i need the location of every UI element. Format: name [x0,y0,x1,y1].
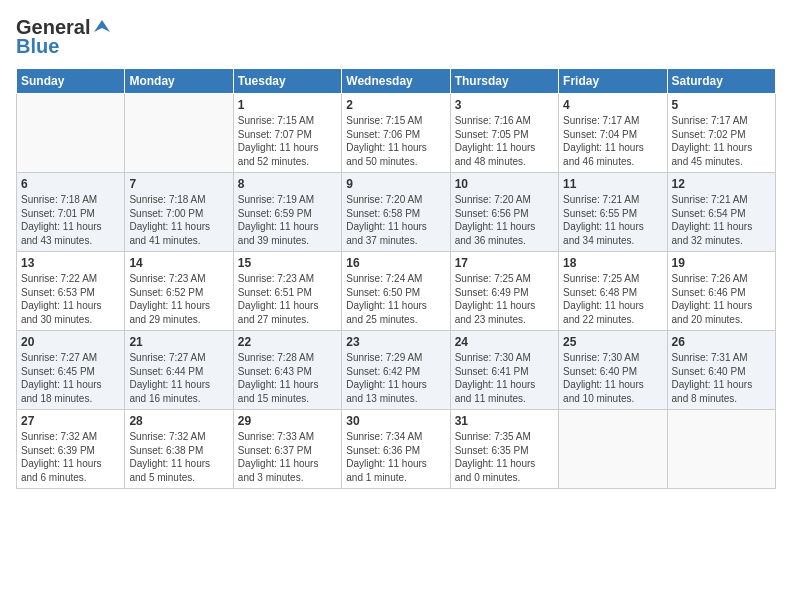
day-detail: Sunrise: 7:21 AM Sunset: 6:54 PM Dayligh… [672,193,771,247]
day-detail: Sunrise: 7:28 AM Sunset: 6:43 PM Dayligh… [238,351,337,405]
calendar-day-cell: 13Sunrise: 7:22 AM Sunset: 6:53 PM Dayli… [17,252,125,331]
page-header: General Blue [16,16,776,58]
day-detail: Sunrise: 7:32 AM Sunset: 6:39 PM Dayligh… [21,430,120,484]
day-detail: Sunrise: 7:30 AM Sunset: 6:41 PM Dayligh… [455,351,554,405]
day-number: 11 [563,177,662,191]
day-number: 24 [455,335,554,349]
day-number: 8 [238,177,337,191]
day-detail: Sunrise: 7:20 AM Sunset: 6:58 PM Dayligh… [346,193,445,247]
day-number: 17 [455,256,554,270]
day-number: 5 [672,98,771,112]
calendar-week-row: 1Sunrise: 7:15 AM Sunset: 7:07 PM Daylig… [17,94,776,173]
day-detail: Sunrise: 7:29 AM Sunset: 6:42 PM Dayligh… [346,351,445,405]
calendar-day-cell: 2Sunrise: 7:15 AM Sunset: 7:06 PM Daylig… [342,94,450,173]
day-detail: Sunrise: 7:16 AM Sunset: 7:05 PM Dayligh… [455,114,554,168]
day-number: 21 [129,335,228,349]
calendar-day-cell: 27Sunrise: 7:32 AM Sunset: 6:39 PM Dayli… [17,410,125,489]
calendar-day-cell: 16Sunrise: 7:24 AM Sunset: 6:50 PM Dayli… [342,252,450,331]
day-detail: Sunrise: 7:23 AM Sunset: 6:52 PM Dayligh… [129,272,228,326]
day-detail: Sunrise: 7:15 AM Sunset: 7:06 PM Dayligh… [346,114,445,168]
day-number: 23 [346,335,445,349]
day-detail: Sunrise: 7:18 AM Sunset: 7:00 PM Dayligh… [129,193,228,247]
calendar-day-cell: 18Sunrise: 7:25 AM Sunset: 6:48 PM Dayli… [559,252,667,331]
day-number: 7 [129,177,228,191]
calendar-day-cell: 23Sunrise: 7:29 AM Sunset: 6:42 PM Dayli… [342,331,450,410]
day-detail: Sunrise: 7:30 AM Sunset: 6:40 PM Dayligh… [563,351,662,405]
calendar-day-cell: 22Sunrise: 7:28 AM Sunset: 6:43 PM Dayli… [233,331,341,410]
day-number: 12 [672,177,771,191]
calendar-day-cell: 4Sunrise: 7:17 AM Sunset: 7:04 PM Daylig… [559,94,667,173]
day-number: 9 [346,177,445,191]
logo-bird-icon [92,18,112,38]
calendar-table: SundayMondayTuesdayWednesdayThursdayFrid… [16,68,776,489]
calendar-day-cell [667,410,775,489]
calendar-week-row: 20Sunrise: 7:27 AM Sunset: 6:45 PM Dayli… [17,331,776,410]
day-detail: Sunrise: 7:20 AM Sunset: 6:56 PM Dayligh… [455,193,554,247]
calendar-header-monday: Monday [125,69,233,94]
calendar-day-cell: 6Sunrise: 7:18 AM Sunset: 7:01 PM Daylig… [17,173,125,252]
day-detail: Sunrise: 7:27 AM Sunset: 6:44 PM Dayligh… [129,351,228,405]
calendar-week-row: 6Sunrise: 7:18 AM Sunset: 7:01 PM Daylig… [17,173,776,252]
day-detail: Sunrise: 7:34 AM Sunset: 6:36 PM Dayligh… [346,430,445,484]
calendar-day-cell: 12Sunrise: 7:21 AM Sunset: 6:54 PM Dayli… [667,173,775,252]
day-number: 2 [346,98,445,112]
day-detail: Sunrise: 7:25 AM Sunset: 6:49 PM Dayligh… [455,272,554,326]
calendar-header-friday: Friday [559,69,667,94]
calendar-header-thursday: Thursday [450,69,558,94]
day-number: 15 [238,256,337,270]
calendar-day-cell: 7Sunrise: 7:18 AM Sunset: 7:00 PM Daylig… [125,173,233,252]
day-number: 1 [238,98,337,112]
svg-marker-0 [94,20,110,32]
calendar-day-cell: 17Sunrise: 7:25 AM Sunset: 6:49 PM Dayli… [450,252,558,331]
calendar-day-cell: 1Sunrise: 7:15 AM Sunset: 7:07 PM Daylig… [233,94,341,173]
day-number: 20 [21,335,120,349]
calendar-header-saturday: Saturday [667,69,775,94]
day-detail: Sunrise: 7:24 AM Sunset: 6:50 PM Dayligh… [346,272,445,326]
day-number: 10 [455,177,554,191]
calendar-week-row: 13Sunrise: 7:22 AM Sunset: 6:53 PM Dayli… [17,252,776,331]
day-detail: Sunrise: 7:31 AM Sunset: 6:40 PM Dayligh… [672,351,771,405]
day-number: 13 [21,256,120,270]
day-number: 6 [21,177,120,191]
day-detail: Sunrise: 7:17 AM Sunset: 7:04 PM Dayligh… [563,114,662,168]
day-detail: Sunrise: 7:25 AM Sunset: 6:48 PM Dayligh… [563,272,662,326]
day-detail: Sunrise: 7:18 AM Sunset: 7:01 PM Dayligh… [21,193,120,247]
day-detail: Sunrise: 7:21 AM Sunset: 6:55 PM Dayligh… [563,193,662,247]
day-number: 4 [563,98,662,112]
day-detail: Sunrise: 7:27 AM Sunset: 6:45 PM Dayligh… [21,351,120,405]
calendar-day-cell: 21Sunrise: 7:27 AM Sunset: 6:44 PM Dayli… [125,331,233,410]
calendar-day-cell: 11Sunrise: 7:21 AM Sunset: 6:55 PM Dayli… [559,173,667,252]
day-number: 18 [563,256,662,270]
day-number: 14 [129,256,228,270]
calendar-day-cell: 30Sunrise: 7:34 AM Sunset: 6:36 PM Dayli… [342,410,450,489]
calendar-day-cell: 19Sunrise: 7:26 AM Sunset: 6:46 PM Dayli… [667,252,775,331]
calendar-day-cell: 8Sunrise: 7:19 AM Sunset: 6:59 PM Daylig… [233,173,341,252]
calendar-day-cell [125,94,233,173]
day-detail: Sunrise: 7:17 AM Sunset: 7:02 PM Dayligh… [672,114,771,168]
day-number: 31 [455,414,554,428]
calendar-header-sunday: Sunday [17,69,125,94]
calendar-header-tuesday: Tuesday [233,69,341,94]
day-detail: Sunrise: 7:22 AM Sunset: 6:53 PM Dayligh… [21,272,120,326]
day-detail: Sunrise: 7:19 AM Sunset: 6:59 PM Dayligh… [238,193,337,247]
day-detail: Sunrise: 7:35 AM Sunset: 6:35 PM Dayligh… [455,430,554,484]
calendar-header-row: SundayMondayTuesdayWednesdayThursdayFrid… [17,69,776,94]
calendar-day-cell: 24Sunrise: 7:30 AM Sunset: 6:41 PM Dayli… [450,331,558,410]
calendar-day-cell: 31Sunrise: 7:35 AM Sunset: 6:35 PM Dayli… [450,410,558,489]
calendar-day-cell: 26Sunrise: 7:31 AM Sunset: 6:40 PM Dayli… [667,331,775,410]
day-detail: Sunrise: 7:26 AM Sunset: 6:46 PM Dayligh… [672,272,771,326]
day-detail: Sunrise: 7:15 AM Sunset: 7:07 PM Dayligh… [238,114,337,168]
calendar-day-cell: 3Sunrise: 7:16 AM Sunset: 7:05 PM Daylig… [450,94,558,173]
logo-blue: Blue [16,35,59,58]
calendar-day-cell: 5Sunrise: 7:17 AM Sunset: 7:02 PM Daylig… [667,94,775,173]
calendar-header-wednesday: Wednesday [342,69,450,94]
day-number: 30 [346,414,445,428]
calendar-day-cell [559,410,667,489]
day-detail: Sunrise: 7:33 AM Sunset: 6:37 PM Dayligh… [238,430,337,484]
day-number: 22 [238,335,337,349]
calendar-day-cell: 25Sunrise: 7:30 AM Sunset: 6:40 PM Dayli… [559,331,667,410]
day-number: 19 [672,256,771,270]
calendar-day-cell: 28Sunrise: 7:32 AM Sunset: 6:38 PM Dayli… [125,410,233,489]
day-number: 3 [455,98,554,112]
calendar-day-cell: 14Sunrise: 7:23 AM Sunset: 6:52 PM Dayli… [125,252,233,331]
